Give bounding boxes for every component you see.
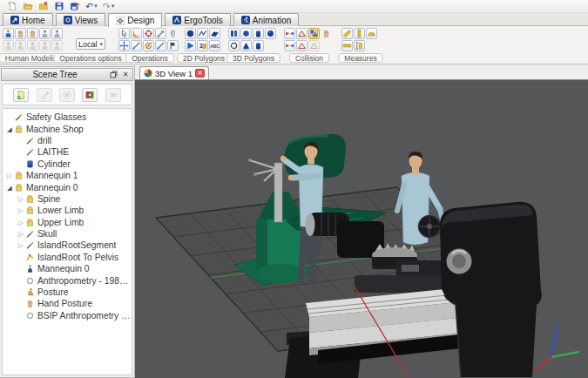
triangle-icon	[309, 41, 319, 51]
collision-hand-tool-button[interactable]	[321, 28, 332, 39]
tab-ergotools[interactable]: ErgoTools	[165, 13, 230, 26]
tree-item-upper-limb[interactable]: ▷Upper Limb	[3, 217, 132, 228]
viewport-tab-3d-view-1[interactable]: 3D View 1 ✕	[139, 66, 209, 79]
plane-tool-button[interactable]	[209, 28, 220, 39]
tab-views[interactable]: Views	[56, 13, 106, 26]
polyline-tool-button[interactable]	[197, 28, 208, 39]
expander-collapsed-icon[interactable]: ▷	[17, 240, 25, 251]
ring-tool-button[interactable]	[228, 40, 240, 51]
mannequin-tool-button[interactable]	[3, 28, 14, 39]
tree-item-anthropometry[interactable]: Anthropometry - 1988 US Army	[3, 274, 132, 286]
close-file-button[interactable]	[38, 1, 49, 11]
target-tool-button[interactable]	[143, 28, 154, 39]
float-panel-button[interactable]	[108, 70, 118, 79]
probe-tool-button[interactable]	[155, 28, 166, 39]
new-document-button[interactable]	[7, 1, 17, 11]
hand-posture-alt-tool-button[interactable]	[27, 28, 38, 39]
expander-collapsed-icon[interactable]: ▷	[5, 170, 14, 181]
sphere-tool-button[interactable]	[265, 28, 276, 39]
undo-dropdown-arrow-icon[interactable]: ▾	[94, 3, 98, 10]
attach-link-tool-button[interactable]	[167, 28, 179, 39]
protractor-tool-button[interactable]	[366, 28, 377, 39]
redo-dropdown-arrow-icon[interactable]: ▾	[112, 3, 115, 10]
ruler-diagonal-tool-button[interactable]	[341, 28, 353, 39]
collision-pairs-tool-button[interactable]	[284, 28, 295, 39]
tree-item-laithe[interactable]: LAITHE	[3, 146, 132, 158]
select-tool-button[interactable]	[118, 28, 130, 39]
3d-canvas[interactable]	[135, 80, 588, 378]
expander-expanded-icon[interactable]: ◢	[5, 182, 14, 193]
tree-item-posture[interactable]: Posture	[3, 287, 132, 298]
move-tool-button[interactable]	[118, 40, 130, 51]
open-file-button[interactable]	[23, 1, 33, 11]
save-as-button[interactable]	[70, 1, 80, 11]
dimension-flag-tool-button[interactable]	[167, 40, 179, 51]
ruler-vertical-tool-button[interactable]	[354, 28, 365, 39]
tree-item-mannequin-0-figure[interactable]: Mannequin 0	[3, 263, 132, 274]
expander-collapsed-icon[interactable]: ▷	[17, 228, 25, 240]
collision-triangle-alt-tool-button[interactable]	[296, 40, 308, 51]
close-panel-button[interactable]: ✕	[120, 70, 131, 79]
tree-item-skull[interactable]: ▷Skull	[3, 228, 132, 240]
collision-off-tool-button[interactable]	[308, 40, 320, 51]
snapshot-button[interactable]	[82, 88, 98, 102]
posture-group-tool-button[interactable]	[51, 28, 63, 39]
expander-expanded-icon[interactable]: ◢	[5, 124, 14, 135]
anthropometry-tool-button[interactable]	[3, 40, 14, 51]
expander-collapsed-icon[interactable]: ▷	[17, 205, 25, 216]
tree-item-mannequin-1[interactable]: ▷Mannequin 1	[3, 170, 132, 181]
redo-button[interactable]: ↷▾	[103, 2, 115, 11]
save-button[interactable]	[54, 1, 64, 11]
collision-check-tool-button[interactable]	[308, 28, 320, 39]
tube-tool-button[interactable]	[253, 40, 264, 51]
new-item-button[interactable]	[13, 88, 29, 102]
properties-button[interactable]	[105, 88, 121, 102]
new-page-icon	[16, 90, 26, 100]
tab-home[interactable]: Home	[3, 13, 53, 26]
tree-item-spine[interactable]: ▷Spine	[3, 193, 132, 205]
delete-item-button[interactable]	[59, 88, 75, 102]
tab-animation[interactable]: Animation	[233, 13, 299, 26]
population-alt-tool-button[interactable]	[39, 40, 51, 51]
collision-pairs-alt-tool-button[interactable]	[284, 40, 295, 51]
box-tool-button[interactable]	[240, 28, 252, 39]
population-extra-tool-button[interactable]	[51, 40, 63, 51]
ruler-horizontal-tool-button[interactable]	[341, 40, 353, 51]
edit-item-button[interactable]	[37, 88, 52, 102]
tree-item-hand-posture[interactable]: Hand Posture	[3, 298, 132, 309]
tree-item-drill[interactable]: drill	[3, 135, 132, 146]
height-measure-tool-button[interactable]	[354, 40, 365, 51]
coordinate-system-select[interactable]: Local ▾	[76, 38, 105, 50]
cone-tool-button[interactable]	[240, 40, 252, 51]
rotate-tool-button[interactable]	[143, 40, 154, 51]
tree-item-machine-shop[interactable]: ◢Machine Shop	[3, 123, 132, 134]
expander-collapsed-icon[interactable]: ▷	[17, 217, 25, 228]
panel-title-bar[interactable]: Scene Tree ✕	[1, 68, 133, 81]
play-tool-button[interactable]	[185, 40, 196, 51]
group-label-3d-polygons: 3D Polygons	[226, 53, 280, 63]
tab-design[interactable]: Design	[108, 13, 162, 27]
collision-triangle-tool-button[interactable]	[296, 28, 308, 39]
cylinder-tool-button[interactable]	[253, 28, 264, 39]
tree-item-lower-limb[interactable]: ▷Lower Limb	[3, 205, 132, 216]
count-label-tool-button[interactable]	[197, 40, 208, 51]
snap-move-tool-button[interactable]	[155, 40, 166, 51]
undo-button[interactable]: ↶▾	[85, 2, 98, 11]
tree-item-bsip-anthropometry[interactable]: BSIP Anthropometry - BSIP McConville...	[3, 310, 132, 321]
anthropometry-alt-tool-button[interactable]	[15, 40, 26, 51]
tree-item-islandrootsegment[interactable]: ▷IslandRootSegment	[3, 240, 132, 251]
angle-tool-button[interactable]	[131, 28, 142, 39]
expander-collapsed-icon[interactable]: ▷	[17, 193, 25, 205]
tree-item-mannequin-0[interactable]: ◢Mannequin 0	[3, 181, 132, 192]
jump-to-tool-button[interactable]	[131, 40, 142, 51]
tree-item-cylinder[interactable]: Cylinder	[3, 159, 132, 170]
population-tool-button[interactable]	[27, 40, 38, 51]
close-view-button[interactable]: ✕	[195, 69, 205, 78]
posture-pair-tool-button[interactable]	[39, 28, 51, 39]
text-label-tool-button[interactable]	[209, 40, 220, 51]
tree-item-safety-glasses[interactable]: Safety Glasses	[3, 111, 132, 123]
hand-posture-tool-button[interactable]	[15, 28, 26, 39]
pillars-tool-button[interactable]	[228, 28, 240, 39]
tree-item-islandroot-to-pelvis[interactable]: IslandRoot To Pelvis	[3, 252, 132, 263]
circle-2d-tool-button[interactable]	[185, 28, 196, 39]
